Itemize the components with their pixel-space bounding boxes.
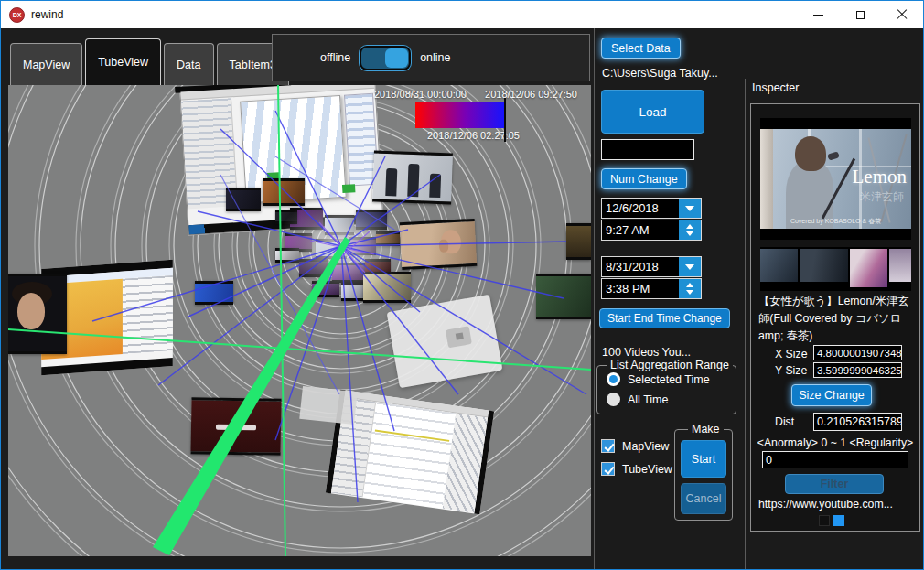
calendar-dropdown-icon[interactable] xyxy=(678,257,701,276)
end-time-picker[interactable]: 9:27 AM xyxy=(601,220,702,241)
thumbnail-overlay-artist: 米津玄師 xyxy=(860,189,904,205)
end-date-picker[interactable]: 12/6/2018 xyxy=(601,198,702,219)
num-input[interactable] xyxy=(601,139,694,160)
online-toggle[interactable] xyxy=(360,46,411,70)
thumbnail-art xyxy=(439,239,449,253)
filter-button[interactable]: Filter xyxy=(785,474,884,494)
online-toggle-panel: offline online xyxy=(272,34,590,81)
floating-video-thumbnail[interactable] xyxy=(536,274,591,319)
app-icon-text: DX xyxy=(13,12,22,18)
dist-field[interactable]: 0.2105263157894 xyxy=(813,413,902,431)
floating-video-thumbnail[interactable] xyxy=(316,239,347,259)
tube-view-3d-viewport[interactable]: 2018/08/31 00:00:00 2018/12/06 09:27:50 … xyxy=(8,85,591,556)
mapview-checkbox-row[interactable]: MapView xyxy=(601,439,669,453)
floating-video-thumbnail[interactable] xyxy=(190,397,281,456)
maximize-icon xyxy=(856,11,865,19)
thumbnail-art xyxy=(362,402,456,508)
floating-video-thumbnail[interactable] xyxy=(372,151,453,205)
legend-start-time: 2018/08/31 00:00:00 xyxy=(374,89,467,100)
app-window: DX rewind MapView TubeView Data TabItem3… xyxy=(0,0,924,570)
related-thumbnail[interactable] xyxy=(760,247,798,284)
control-panel: Select Data C:\Users\Suga Takuy... Load … xyxy=(594,28,923,569)
offline-label: offline xyxy=(320,51,350,64)
floating-video-thumbnail[interactable] xyxy=(400,219,478,270)
load-button[interactable]: Load xyxy=(601,90,704,134)
floating-video-thumbnail[interactable] xyxy=(275,210,297,224)
time-cursor[interactable] xyxy=(504,98,506,142)
selected-video-thumbnail[interactable]: Lemon 米津玄師 Covered by KOBASOLO & 春茶 xyxy=(760,118,911,240)
thumbnail-overlay-title: Lemon xyxy=(853,166,907,188)
online-label: online xyxy=(420,51,450,64)
page-dot-active[interactable] xyxy=(833,515,844,526)
related-thumbnail[interactable] xyxy=(889,247,911,284)
checkbox-checked-icon xyxy=(601,439,615,453)
related-thumbnails-strip xyxy=(760,247,911,291)
floating-video-thumbnail[interactable] xyxy=(195,281,233,305)
tubeview-checkbox-row[interactable]: TubeView xyxy=(601,462,672,476)
panel-divider xyxy=(745,79,746,569)
start-button[interactable]: Start xyxy=(681,440,726,478)
num-change-button[interactable]: Num Change xyxy=(601,168,687,189)
radio-selected-time[interactable]: Selecteted Time xyxy=(607,372,736,386)
thumbnail-art xyxy=(216,424,255,430)
tab-tubeview[interactable]: TubeView xyxy=(85,38,161,85)
legend-end-time: 2018/12/06 09:27:50 xyxy=(485,89,577,100)
close-button[interactable] xyxy=(881,1,923,28)
start-date-picker[interactable]: 8/31/2018 xyxy=(601,256,702,277)
thumbnail-art: Lemon 米津玄師 Covered by KOBASOLO & 春茶 xyxy=(760,129,911,229)
thumbnail-art xyxy=(342,185,356,194)
size-change-button[interactable]: Size Change xyxy=(791,384,872,406)
thumbnail-art xyxy=(17,293,45,329)
floating-video-thumbnail[interactable] xyxy=(325,215,354,235)
minimize-icon xyxy=(813,15,823,16)
radio-all-time[interactable]: All Time xyxy=(607,393,736,406)
calendar-dropdown-icon[interactable] xyxy=(678,199,701,218)
floating-video-thumbnail[interactable] xyxy=(312,281,339,297)
floating-video-thumbnail[interactable] xyxy=(349,237,376,255)
minimize-button[interactable] xyxy=(797,1,839,28)
floating-video-thumbnail[interactable] xyxy=(263,178,305,206)
floating-video-thumbnail[interactable] xyxy=(363,272,411,303)
floating-card[interactable] xyxy=(299,386,357,425)
window-title: rewind xyxy=(31,8,63,21)
floating-video-thumbnail[interactable] xyxy=(376,231,400,246)
tab-data[interactable]: Data xyxy=(164,43,213,85)
floating-video-thumbnail[interactable] xyxy=(332,263,365,283)
end-date-value: 12/6/2018 xyxy=(602,199,678,218)
anormaly-field[interactable]: 0 xyxy=(762,451,908,468)
toggle-knob xyxy=(385,48,408,68)
time-spinner-icon[interactable] xyxy=(678,279,701,298)
floating-video-thumbnail[interactable] xyxy=(566,223,591,260)
thumbnail-art xyxy=(123,275,173,354)
floating-video-thumbnail[interactable] xyxy=(356,210,387,230)
youtube-url-link[interactable]: https://www.youtube.com... xyxy=(758,498,893,511)
start-end-time-change-button[interactable]: Start End Time Change xyxy=(599,308,730,328)
maximize-button[interactable] xyxy=(839,1,881,28)
floating-video-thumbnail[interactable] xyxy=(8,274,67,354)
thumbnail-art xyxy=(795,136,826,171)
page-dot[interactable] xyxy=(819,515,830,526)
tab-mapview[interactable]: MapView xyxy=(10,43,82,85)
floating-video-thumbnail[interactable] xyxy=(226,188,261,211)
related-thumbnail[interactable] xyxy=(850,247,887,289)
videos-count-label: 100 Videos You... xyxy=(602,346,691,359)
aggregation-range-group: List Aggregation Range Selecteted Time A… xyxy=(596,365,736,414)
floating-video-thumbnail[interactable] xyxy=(299,259,328,277)
start-time-picker[interactable]: 3:38 PM xyxy=(601,278,702,299)
title-bar: DX rewind xyxy=(1,1,923,28)
start-time-value: 3:38 PM xyxy=(602,279,678,298)
checkbox-label: MapView xyxy=(622,440,669,453)
time-spinner-icon[interactable] xyxy=(678,220,701,240)
thumbnail-overlay-credit: Covered by KOBASOLO & 春茶 xyxy=(760,217,911,226)
y-size-field[interactable]: 3.5999999046325 xyxy=(813,362,902,378)
radio-icon xyxy=(607,372,620,386)
x-size-field[interactable]: 4.8000001907348 xyxy=(813,345,902,360)
radio-label: All Time xyxy=(628,393,668,406)
floating-video-thumbnail[interactable] xyxy=(275,248,299,263)
thumbnail-art xyxy=(429,174,441,198)
y-size-label: Y Size xyxy=(775,364,807,377)
inspector-panel: Lemon 米津玄師 Covered by KOBASOLO & 春茶 【女性が… xyxy=(750,103,920,532)
select-data-button[interactable]: Select Data xyxy=(601,38,681,59)
related-thumbnail[interactable] xyxy=(800,247,847,284)
cancel-button[interactable]: Cancel xyxy=(681,483,726,514)
